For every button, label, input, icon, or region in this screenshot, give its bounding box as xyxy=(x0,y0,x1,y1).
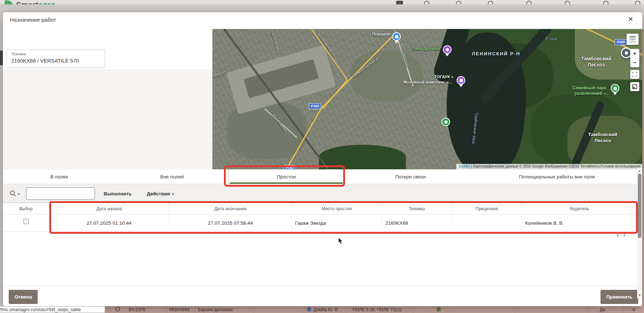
column-header-date-end: Дата окончания xyxy=(169,203,292,214)
scroll-up-icon[interactable]: ▲ xyxy=(637,168,642,173)
scroll-thumb[interactable] xyxy=(638,174,641,238)
header-icon xyxy=(456,1,461,4)
tab-connection-loss[interactable]: Потери связи xyxy=(344,169,477,184)
layers-icon xyxy=(629,36,636,38)
fullscreen-icon xyxy=(632,72,637,77)
tab-in-fields[interactable]: В полях xyxy=(3,169,116,184)
smartagro-leaf-icon xyxy=(4,0,14,4)
background-table-row: BV-2375 6636XB68 Борона дисковая Дзюба Ю… xyxy=(105,306,644,313)
header-icon xyxy=(424,1,429,4)
map-label-leshoz-bottom-2: Лесхоз xyxy=(580,138,625,143)
leaflet-map[interactable]: Порядок Парк Дружбы ЛЕНИНСКИЙ Р-Н ТОГАУК… xyxy=(212,29,642,169)
tech-field-value: 2160KX68 / VERSATILE 570 xyxy=(11,58,79,64)
tech-field[interactable]: Техника 2160KX68 / VERSATILE 570 xyxy=(7,50,105,68)
apply-button[interactable]: Применить xyxy=(601,290,638,304)
poi-family-park-marker xyxy=(611,84,619,93)
refresh-icon xyxy=(115,307,120,312)
column-header-driver: Водитель xyxy=(522,203,637,214)
dialog-title: Назначение работ xyxy=(10,17,56,23)
poi-sport-marker xyxy=(441,118,450,126)
app-header-strip: Smartagro xyxy=(0,0,644,4)
close-icon[interactable]: ✕ xyxy=(624,14,637,25)
search-caret-icon: ∨ xyxy=(17,192,20,196)
map-label-r-tsna: Р. Цна xyxy=(546,37,557,41)
poi-museum-marker xyxy=(457,76,465,85)
cell-place: Гараж Звезда xyxy=(292,215,382,231)
assign-work-dialog: Назначение работ ✕ Техника 2160KX68 / VE… xyxy=(3,12,642,306)
header-icon xyxy=(603,1,608,4)
zoom-control: + − xyxy=(630,49,639,67)
cell-trailer xyxy=(452,215,522,231)
sidebar-fragment xyxy=(0,51,3,65)
column-header-select: Выбор xyxy=(3,203,49,214)
field-icon xyxy=(437,307,441,312)
zoom-out-button[interactable]: − xyxy=(630,58,639,67)
poi-park-marker xyxy=(443,45,452,54)
browser-status-url: //fms.smartagro.ru/ords/#SR_stops_table xyxy=(0,306,105,313)
tech-field-label: Техника xyxy=(11,52,26,56)
poi-shop-marker xyxy=(392,32,401,41)
fullscreen-button[interactable] xyxy=(630,70,639,79)
vertical-scrollbar[interactable]: ▲ ▼ xyxy=(637,168,642,298)
map-label-park-druzhby: Парк Дружбы xyxy=(412,46,440,51)
execute-button[interactable]: Выполнить xyxy=(104,187,132,200)
tab-out-of-fields[interactable]: Вне полей xyxy=(116,169,228,184)
map-marker-icon xyxy=(307,307,311,312)
minimap-icon xyxy=(632,84,637,89)
row-checkbox[interactable] xyxy=(24,219,29,224)
pagination-label: 1 - 1 xyxy=(492,232,636,239)
map-label-togauk-2: Музейный комплекс «... xyxy=(403,80,452,84)
map-label-semeiny: Семейный парк xyxy=(572,85,606,90)
page-edge-strip xyxy=(642,29,644,313)
left-panel-body xyxy=(3,70,212,182)
layers-control[interactable] xyxy=(627,34,639,45)
tab-idles[interactable]: Простои xyxy=(228,169,344,184)
road-badge-p208: Р208 xyxy=(615,39,627,45)
search-icon[interactable]: ∨ xyxy=(9,189,24,198)
header-icon xyxy=(488,1,493,4)
map-label-poryadok: Порядок xyxy=(372,32,390,36)
tab-bar: В полях Вне полей Простои Потери связи П… xyxy=(3,169,637,184)
actions-button[interactable]: Действия ∨ xyxy=(147,187,174,200)
zoom-in-button[interactable]: + xyxy=(630,49,639,58)
map-attribution: Leaflet | Картографические данные © 2016… xyxy=(456,164,642,169)
cancel-button[interactable]: Отмена xyxy=(9,290,38,304)
map-label-leshoz-top-2: Лесхоз xyxy=(574,62,619,68)
header-icon xyxy=(565,1,570,4)
column-header-place: Место простоя xyxy=(292,203,382,214)
column-header-date-start: Дата начала xyxy=(49,203,169,214)
minimap-button[interactable] xyxy=(630,82,639,91)
actions-caret-icon: ∨ xyxy=(171,191,174,196)
header-icon xyxy=(635,1,640,4)
road-badge-p193-b: Р193 xyxy=(283,165,296,169)
header-icon xyxy=(526,1,532,4)
map-label-leshoz-top: Тамбовский xyxy=(574,56,619,62)
map-label-togauk: ТОГАУК « xyxy=(434,75,453,79)
leaflet-link[interactable]: Leaflet xyxy=(459,164,470,168)
cell-driver: Колейников В. В. xyxy=(522,215,637,231)
cell-date-end: 27.07.2025 07:58:44 xyxy=(169,215,292,231)
cell-date-start: 27.07.2025 01:10:44 xyxy=(49,215,169,231)
search-input[interactable] xyxy=(26,187,95,200)
scroll-down-icon[interactable]: ▼ xyxy=(637,293,642,298)
report-toolbar: ∨ Выполнить Действия ∨ xyxy=(3,184,637,203)
left-panel: Техника 2160KX68 / VERSATILE 570 xyxy=(3,29,212,182)
cell-tech: 2160KX68 xyxy=(382,215,452,231)
map-label-semeiny-2: развлечений «... xyxy=(574,91,610,96)
terms-link[interactable]: Условия использования xyxy=(600,164,640,168)
column-header-tech: Техника xyxy=(382,203,452,214)
smartagro-logo: Smartagro xyxy=(16,0,56,4)
map-label-leninsky: ЛЕНИНСКИЙ Р-Н xyxy=(472,51,520,56)
tab-potential-work[interactable]: Потенциальные работы вне поля xyxy=(477,169,637,184)
road-badge-p193: Р193 xyxy=(309,103,321,109)
footer-divider xyxy=(3,286,642,286)
table-row[interactable]: 27.07.2025 01:10:44 27.07.2025 07:58:44 … xyxy=(3,215,637,232)
map-label-leshoz-bottom: Тамбовский xyxy=(580,132,625,137)
table-header: Выбор Дата начала Дата окончания Место п… xyxy=(3,203,637,215)
header-menu-icon xyxy=(396,1,403,4)
column-header-trailer: Прицепное xyxy=(452,203,522,214)
